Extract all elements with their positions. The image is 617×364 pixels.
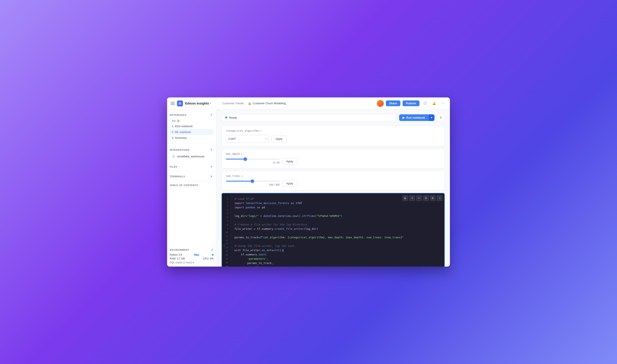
top-bar: Edison Insights ▾ Customer Trends / 🔒 Cu…	[167, 97, 450, 109]
code-line-4	[234, 210, 441, 214]
refresh-button[interactable]: ↻	[437, 114, 445, 121]
maxdepth-slider-track[interactable]	[226, 159, 280, 159]
code-lines[interactable]: # Load TF-DF import tensorflow_decision_…	[231, 193, 444, 267]
status-indicator: Ready	[222, 114, 397, 121]
param-row-maxdepth: 9 / 25 Apply	[226, 158, 440, 165]
env-header: ENVIRONMENT ⚙	[170, 248, 214, 252]
env-info: Python 3.9 Plus RAM: 3.7 GB CPU: 0% SQL …	[170, 253, 214, 264]
numtrees-slider-thumb[interactable]	[251, 180, 254, 183]
app-title[interactable]: Edison Insights ▾	[185, 102, 211, 105]
cell-run-button[interactable]: ▶	[402, 195, 408, 201]
code-content: 12345 678910 1112131415 1617181920 21222…	[222, 193, 444, 267]
divider-3	[167, 171, 216, 172]
content-area: Ready ▶ Run notebook ▾ ↻ categorical_alg…	[216, 109, 450, 267]
categorical-select[interactable]: CART ▾	[226, 135, 269, 143]
cell-edit-button[interactable]: ✏	[416, 195, 422, 201]
notification-icon[interactable]: 🔔	[431, 100, 437, 107]
apply-categorical-button[interactable]: Apply	[271, 136, 287, 142]
param-card-numtrees: num_trees ⊟ 149 / 300 Apply	[222, 171, 445, 190]
code-line-10: params_to_track=f"cat_algorithm: {catego…	[234, 235, 441, 240]
status-bar: Ready ▶ Run notebook ▾ ↻	[222, 114, 445, 121]
breadcrumb-parent[interactable]: Customer Trends	[222, 102, 244, 105]
param-label-numtrees: num_trees ⊟	[226, 174, 440, 178]
toc-section[interactable]: TABLE OF CONTENTS ›	[167, 182, 216, 188]
toc-chevron-icon: ›	[200, 184, 200, 186]
cell-delete-button[interactable]: 🗑	[430, 195, 436, 201]
init-label: Init	[172, 119, 175, 122]
integrations-section: INTEGRATIONS + ❄️ snowflake_warehouse	[167, 144, 216, 161]
apply-numtrees-button[interactable]: Apply	[282, 180, 297, 187]
param-label-maxdepth: max_depth ⊟	[226, 153, 440, 156]
files-chevron-icon: ›	[179, 166, 180, 168]
env-gear-icon[interactable]: ⚙	[211, 248, 214, 252]
param-card-categorical: categorical_algorithm ⊟ CART ▾ Apply	[222, 126, 445, 146]
summary-label: 3. Summary	[172, 136, 187, 139]
maxdepth-slider-fill	[226, 159, 245, 159]
clock-icon[interactable]: 🕐	[422, 100, 429, 107]
top-bar-right: Share Publish 🕐 🔔 ⋯	[377, 100, 446, 107]
code-cell: ⠿ ▶ ✦ ✏ ⊞ 🗑 ≡ 12345 678910 1112131415 16…	[222, 193, 445, 267]
run-btn-container: ▶ Run notebook ▾	[399, 114, 434, 121]
hamburger-icon[interactable]	[171, 101, 175, 105]
sidebar-item-summary[interactable]: 3. Summary	[170, 135, 214, 141]
ready-dot	[225, 117, 227, 119]
param-row-categorical: CART ▾ Apply	[226, 135, 440, 143]
divider-1	[167, 143, 216, 143]
ml-label: 2. ML notebook	[172, 130, 191, 134]
files-section[interactable]: FILES › +	[167, 163, 216, 171]
param-label-categorical: categorical_algorithm ⊟	[226, 129, 440, 132]
sidebar-item-ml[interactable]: 2. ML notebook	[170, 129, 214, 135]
divider-2	[167, 162, 216, 162]
run-notebook-button[interactable]: ▶ Run notebook	[399, 114, 429, 121]
code-line-16: params_to_track,	[234, 261, 441, 265]
filter-icon-1: ⊟	[260, 130, 261, 132]
cell-table-button[interactable]: ⊞	[423, 195, 429, 201]
terminals-header-left: TERMINALS ›	[170, 175, 187, 178]
param-row-numtrees: 149 / 300 Apply	[226, 180, 440, 187]
share-button[interactable]: Share	[386, 100, 400, 106]
sql-cache-chevron: ▾	[193, 261, 194, 264]
main-layout: NOTEBOOKS + Init i 1. EDA notebook 2. ML…	[167, 109, 450, 267]
code-line-17: step=0)	[234, 265, 441, 267]
add-file-button[interactable]: +	[209, 165, 214, 169]
add-notebook-button[interactable]: +	[209, 113, 214, 117]
status-dot	[212, 254, 214, 256]
filter-icon-3: ⊟	[241, 175, 243, 178]
code-line-7: # Creates a file writer for the log dire…	[234, 222, 441, 227]
terminals-section[interactable]: TERMINALS › +	[167, 173, 216, 180]
add-integration-button[interactable]: +	[209, 148, 214, 152]
snowflake-integration[interactable]: ❄️ snowflake_warehouse	[170, 153, 214, 159]
files-header-left: FILES ›	[170, 166, 180, 168]
maxdepth-slider-container: 9 / 25	[226, 159, 280, 164]
snowflake-icon: ❄️	[172, 155, 175, 158]
toc-header-left: TABLE OF CONTENTS ›	[170, 184, 200, 186]
notebooks-section: NOTEBOOKS + Init i 1. EDA notebook 2. ML…	[167, 109, 216, 143]
run-dropdown-button[interactable]: ▾	[429, 114, 434, 121]
more-options-button[interactable]: ⋯	[440, 100, 446, 107]
drag-handle[interactable]: ⠿	[223, 245, 225, 247]
env-resources-row: RAM: 3.7 GB CPU: 0%	[170, 257, 214, 260]
maxdepth-slider-thumb[interactable]	[244, 157, 247, 161]
avatar	[377, 100, 384, 107]
run-chevron-icon: ▾	[431, 116, 432, 119]
cell-menu-button[interactable]: ≡	[437, 195, 443, 201]
sql-cache[interactable]: SQL cache (1 hour) ▾	[170, 261, 214, 264]
code-line-12: # Using the file writer, log the text.	[234, 244, 441, 248]
apply-maxdepth-button[interactable]: Apply	[282, 158, 297, 165]
cell-magic-button[interactable]: ✦	[409, 195, 415, 201]
integrations-header: INTEGRATIONS +	[170, 148, 214, 152]
svg-point-1	[180, 103, 181, 104]
numtrees-slider-track[interactable]	[226, 181, 280, 182]
sidebar-item-eda[interactable]: 1. EDA notebook	[170, 123, 214, 129]
init-info-icon: i	[177, 119, 180, 122]
code-line-14: tf.summary.text(	[234, 252, 441, 257]
sidebar: NOTEBOOKS + Init i 1. EDA notebook 2. ML…	[167, 109, 216, 267]
integrations-title: INTEGRATIONS	[170, 149, 190, 151]
add-terminal-button[interactable]: +	[209, 174, 214, 179]
publish-button[interactable]: Publish	[402, 100, 419, 106]
maxdepth-value: 9 / 25	[226, 161, 280, 164]
code-line-2: import tensorflow_decision_forests as tf…	[234, 201, 441, 205]
param-card-maxdepth: max_depth ⊟ 9 / 25 Apply	[222, 149, 445, 168]
breadcrumb-current: 🔒 Customer Churn Modelling	[248, 102, 286, 105]
sidebar-item-init[interactable]: Init i	[170, 118, 214, 123]
